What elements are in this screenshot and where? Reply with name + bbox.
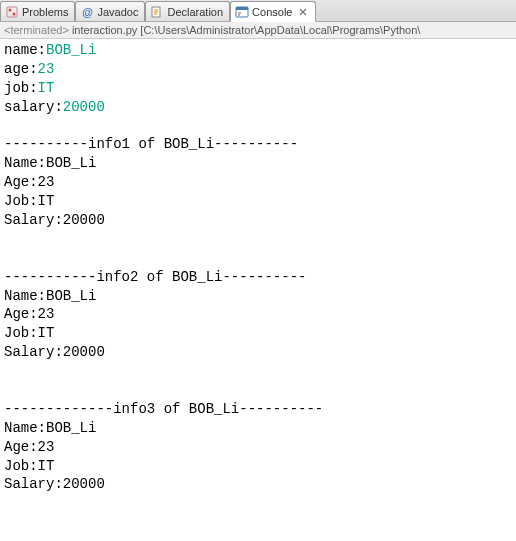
tab-label: Javadoc — [97, 6, 138, 18]
problems-icon — [5, 5, 19, 19]
tabs-bar: Problems @ Javadoc Declaration Console — [0, 0, 516, 22]
svg-point-1 — [9, 8, 12, 11]
console-header: <terminated> interaction.py [C:\Users\Ad… — [0, 22, 516, 39]
terminated-status: <terminated> — [4, 24, 69, 36]
tab-declaration[interactable]: Declaration — [145, 1, 230, 21]
svg-rect-8 — [236, 7, 248, 10]
tab-javadoc[interactable]: @ Javadoc — [75, 1, 145, 21]
close-icon[interactable] — [297, 6, 309, 18]
javadoc-icon: @ — [80, 5, 94, 19]
svg-rect-0 — [7, 7, 17, 17]
tab-console[interactable]: Console — [230, 1, 316, 22]
tab-label: Console — [252, 6, 292, 18]
console-icon — [235, 5, 249, 19]
svg-point-2 — [13, 12, 16, 15]
run-path: interaction.py [C:\Users\Administrator\A… — [72, 24, 420, 36]
console-output[interactable]: name:BOB_Li age:23 job:IT salary:20000 -… — [0, 39, 516, 496]
tab-label: Problems — [22, 6, 68, 18]
tab-label: Declaration — [167, 6, 223, 18]
declaration-icon — [150, 5, 164, 19]
tab-problems[interactable]: Problems — [0, 1, 75, 21]
